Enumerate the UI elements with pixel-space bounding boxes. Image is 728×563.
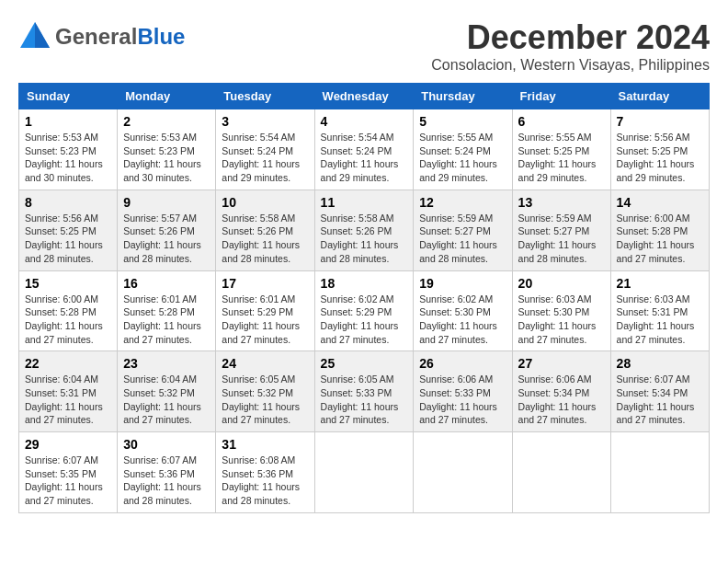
day-info: Sunrise: 5:53 AMSunset: 5:23 PMDaylight:… <box>25 131 111 185</box>
calendar-table: SundayMondayTuesdayWednesdayThursdayFrid… <box>18 83 710 513</box>
day-number: 22 <box>25 356 111 371</box>
day-info: Sunrise: 6:06 AMSunset: 5:34 PMDaylight:… <box>518 373 605 427</box>
calendar-cell: 25Sunrise: 6:05 AMSunset: 5:33 PMDayligh… <box>314 351 414 432</box>
day-number: 3 <box>222 114 308 129</box>
page-header: GeneralBlue December 2024 Consolacion, W… <box>18 18 710 74</box>
calendar-cell: 5Sunrise: 5:55 AMSunset: 5:24 PMDaylight… <box>414 109 512 190</box>
day-number: 15 <box>25 276 111 291</box>
calendar-cell: 28Sunrise: 6:07 AMSunset: 5:34 PMDayligh… <box>610 351 709 432</box>
calendar-cell: 29Sunrise: 6:07 AMSunset: 5:35 PMDayligh… <box>19 432 118 513</box>
calendar-cell: 6Sunrise: 5:55 AMSunset: 5:25 PMDaylight… <box>512 109 610 190</box>
day-info: Sunrise: 5:58 AMSunset: 5:26 PMDaylight:… <box>321 212 408 266</box>
day-info: Sunrise: 6:06 AMSunset: 5:33 PMDaylight:… <box>419 373 506 427</box>
day-info: Sunrise: 5:53 AMSunset: 5:23 PMDaylight:… <box>123 131 210 185</box>
day-number: 29 <box>25 437 111 452</box>
day-number: 13 <box>518 195 605 210</box>
calendar-cell: 16Sunrise: 6:01 AMSunset: 5:28 PMDayligh… <box>118 270 216 351</box>
day-info: Sunrise: 5:59 AMSunset: 5:27 PMDaylight:… <box>518 212 605 266</box>
day-info: Sunrise: 6:00 AMSunset: 5:28 PMDaylight:… <box>25 293 111 347</box>
day-info: Sunrise: 6:03 AMSunset: 5:31 PMDaylight:… <box>617 293 703 347</box>
calendar-header-row: SundayMondayTuesdayWednesdayThursdayFrid… <box>19 84 710 109</box>
calendar-cell: 24Sunrise: 6:05 AMSunset: 5:32 PMDayligh… <box>216 351 314 432</box>
calendar-cell: 9Sunrise: 5:57 AMSunset: 5:26 PMDaylight… <box>118 190 216 270</box>
day-number: 8 <box>25 195 111 210</box>
calendar-cell: 18Sunrise: 6:02 AMSunset: 5:29 PMDayligh… <box>314 270 414 351</box>
day-info: Sunrise: 6:01 AMSunset: 5:29 PMDaylight:… <box>222 293 308 347</box>
calendar-cell <box>610 432 709 513</box>
day-info: Sunrise: 6:01 AMSunset: 5:28 PMDaylight:… <box>123 293 210 347</box>
day-info: Sunrise: 6:04 AMSunset: 5:31 PMDaylight:… <box>25 373 111 427</box>
calendar-cell: 13Sunrise: 5:59 AMSunset: 5:27 PMDayligh… <box>512 190 610 270</box>
logo-general-text: General <box>55 24 137 49</box>
calendar-cell: 1Sunrise: 5:53 AMSunset: 5:23 PMDaylight… <box>19 109 118 190</box>
calendar-cell: 7Sunrise: 5:56 AMSunset: 5:25 PMDaylight… <box>610 109 709 190</box>
calendar-cell: 30Sunrise: 6:07 AMSunset: 5:36 PMDayligh… <box>118 432 216 513</box>
calendar-cell: 31Sunrise: 6:08 AMSunset: 5:36 PMDayligh… <box>216 432 314 513</box>
day-number: 25 <box>321 356 408 371</box>
column-header-wednesday: Wednesday <box>314 84 414 109</box>
day-number: 1 <box>25 114 111 129</box>
calendar-cell: 11Sunrise: 5:58 AMSunset: 5:26 PMDayligh… <box>314 190 414 270</box>
calendar-cell: 2Sunrise: 5:53 AMSunset: 5:23 PMDaylight… <box>118 109 216 190</box>
day-info: Sunrise: 6:08 AMSunset: 5:36 PMDaylight:… <box>222 454 308 508</box>
logo-blue-text: Blue <box>137 24 185 49</box>
column-header-sunday: Sunday <box>19 84 118 109</box>
calendar-cell <box>512 432 610 513</box>
location-title: Consolacion, Western Visayas, Philippine… <box>431 57 710 74</box>
day-number: 12 <box>419 195 506 210</box>
calendar-cell: 10Sunrise: 5:58 AMSunset: 5:26 PMDayligh… <box>216 190 314 270</box>
day-info: Sunrise: 6:04 AMSunset: 5:32 PMDaylight:… <box>123 373 210 427</box>
column-header-friday: Friday <box>512 84 610 109</box>
day-info: Sunrise: 6:07 AMSunset: 5:34 PMDaylight:… <box>617 373 703 427</box>
day-number: 26 <box>419 356 506 371</box>
day-info: Sunrise: 5:55 AMSunset: 5:24 PMDaylight:… <box>419 131 506 185</box>
calendar-cell: 22Sunrise: 6:04 AMSunset: 5:31 PMDayligh… <box>19 351 118 432</box>
day-number: 28 <box>617 356 703 371</box>
day-number: 4 <box>321 114 408 129</box>
day-number: 6 <box>518 114 605 129</box>
day-info: Sunrise: 6:07 AMSunset: 5:35 PMDaylight:… <box>25 454 111 508</box>
title-section: December 2024 Consolacion, Western Visay… <box>431 18 710 74</box>
column-header-monday: Monday <box>118 84 216 109</box>
calendar-cell: 27Sunrise: 6:06 AMSunset: 5:34 PMDayligh… <box>512 351 610 432</box>
day-info: Sunrise: 5:59 AMSunset: 5:27 PMDaylight:… <box>419 212 506 266</box>
day-info: Sunrise: 6:03 AMSunset: 5:30 PMDaylight:… <box>518 293 605 347</box>
calendar-cell: 17Sunrise: 6:01 AMSunset: 5:29 PMDayligh… <box>216 270 314 351</box>
day-info: Sunrise: 6:02 AMSunset: 5:30 PMDaylight:… <box>419 293 506 347</box>
column-header-saturday: Saturday <box>610 84 709 109</box>
day-info: Sunrise: 5:57 AMSunset: 5:26 PMDaylight:… <box>123 212 210 266</box>
calendar-week-3: 15Sunrise: 6:00 AMSunset: 5:28 PMDayligh… <box>19 270 710 351</box>
calendar-cell: 8Sunrise: 5:56 AMSunset: 5:25 PMDaylight… <box>19 190 118 270</box>
calendar-cell: 26Sunrise: 6:06 AMSunset: 5:33 PMDayligh… <box>414 351 512 432</box>
day-number: 30 <box>123 437 210 452</box>
month-title: December 2024 <box>431 18 710 57</box>
day-number: 7 <box>617 114 703 129</box>
day-info: Sunrise: 5:58 AMSunset: 5:26 PMDaylight:… <box>222 212 308 266</box>
logo-icon <box>18 18 51 52</box>
day-number: 23 <box>123 356 210 371</box>
calendar-cell: 23Sunrise: 6:04 AMSunset: 5:32 PMDayligh… <box>118 351 216 432</box>
column-header-thursday: Thursday <box>414 84 512 109</box>
calendar-cell: 15Sunrise: 6:00 AMSunset: 5:28 PMDayligh… <box>19 270 118 351</box>
day-info: Sunrise: 5:56 AMSunset: 5:25 PMDaylight:… <box>617 131 703 185</box>
day-info: Sunrise: 5:55 AMSunset: 5:25 PMDaylight:… <box>518 131 605 185</box>
calendar-cell <box>314 432 414 513</box>
calendar-week-2: 8Sunrise: 5:56 AMSunset: 5:25 PMDaylight… <box>19 190 710 270</box>
day-number: 21 <box>617 276 703 291</box>
day-number: 20 <box>518 276 605 291</box>
day-info: Sunrise: 6:02 AMSunset: 5:29 PMDaylight:… <box>321 293 408 347</box>
day-info: Sunrise: 6:00 AMSunset: 5:28 PMDaylight:… <box>617 212 703 266</box>
calendar-cell: 3Sunrise: 5:54 AMSunset: 5:24 PMDaylight… <box>216 109 314 190</box>
day-info: Sunrise: 5:54 AMSunset: 5:24 PMDaylight:… <box>321 131 408 185</box>
day-number: 10 <box>222 195 308 210</box>
day-info: Sunrise: 6:05 AMSunset: 5:32 PMDaylight:… <box>222 373 308 427</box>
day-info: Sunrise: 6:05 AMSunset: 5:33 PMDaylight:… <box>321 373 408 427</box>
day-number: 5 <box>419 114 506 129</box>
day-number: 19 <box>419 276 506 291</box>
day-number: 2 <box>123 114 210 129</box>
calendar-cell: 20Sunrise: 6:03 AMSunset: 5:30 PMDayligh… <box>512 270 610 351</box>
calendar-cell <box>414 432 512 513</box>
calendar-cell: 4Sunrise: 5:54 AMSunset: 5:24 PMDaylight… <box>314 109 414 190</box>
day-number: 27 <box>518 356 605 371</box>
svg-marker-1 <box>35 22 50 48</box>
